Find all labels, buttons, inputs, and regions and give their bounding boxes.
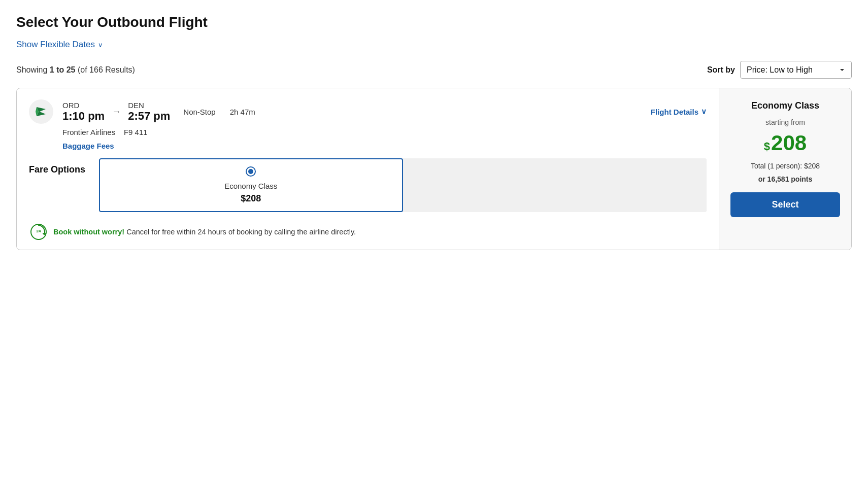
sort-label: Sort by — [707, 65, 735, 75]
arrow-icon: → — [112, 107, 121, 117]
flexible-dates-label: Show Flexible Dates — [16, 40, 95, 50]
destination-time: 2:57 pm — [128, 110, 170, 123]
sort-controls: Sort by Price: Low to High Price: High t… — [707, 61, 852, 79]
pricing-total: Total (1 person): $208 — [751, 162, 820, 170]
flight-header: ORD 1:10 pm → DEN 2:57 pm Non-Stop 2h 47… — [29, 99, 707, 124]
worry-bold: Book without worry! — [53, 228, 124, 236]
pricing-starting-from: starting from — [765, 118, 805, 126]
fare-name-economy: Economy Class — [224, 182, 277, 190]
baggage-fees-link[interactable]: Baggage Fees — [29, 142, 707, 150]
fare-radio-economy — [246, 166, 256, 177]
origin-code: ORD — [62, 101, 79, 110]
flight-details-link[interactable]: Flight Details ∨ — [651, 107, 707, 116]
worry-text: Book without worry! Cancel for free with… — [53, 228, 356, 236]
flight-details-label: Flight Details — [651, 108, 698, 116]
svg-rect-0 — [31, 102, 51, 121]
pricing-amount: 208 — [771, 131, 807, 155]
results-sort-row: Showing 1 to 25 (of 166 Results) Sort by… — [16, 61, 852, 79]
pricing-amount-display: $ 208 — [764, 131, 807, 155]
pricing-class-title: Economy Class — [751, 100, 819, 111]
flight-details-chevron-icon: ∨ — [701, 107, 707, 116]
airline-logo — [29, 99, 53, 124]
fare-option-economy[interactable]: Economy Class $208 — [99, 158, 403, 212]
airline-info: Frontier Airlines F9 411 — [29, 128, 707, 136]
worry-icon: 24 — [30, 223, 47, 240]
flight-pricing: Economy Class starting from $ 208 Total … — [719, 88, 851, 250]
airline-code: F9 411 — [124, 128, 148, 136]
page-title: Select Your Outbound Flight — [16, 14, 852, 30]
airline-name: Frontier Airlines — [62, 128, 115, 136]
pricing-points: or 16,581 points — [758, 175, 813, 183]
total-label: Total (1 person): — [751, 162, 802, 170]
dollar-sign: $ — [764, 140, 770, 153]
sort-select[interactable]: Price: Low to High Price: High to Low Du… — [740, 61, 852, 79]
fare-price-economy: $208 — [241, 193, 261, 204]
flight-card: ORD 1:10 pm → DEN 2:57 pm Non-Stop 2h 47… — [16, 88, 852, 250]
flight-times: ORD 1:10 pm → DEN 2:57 pm — [62, 101, 170, 123]
fare-options-grid: Economy Class $208 — [99, 158, 707, 212]
fare-radio-inner — [248, 169, 253, 174]
svg-text:24: 24 — [37, 229, 41, 233]
fare-options-section: Fare Options Economy Class $208 — [29, 158, 707, 212]
fare-option-empty — [403, 158, 707, 212]
select-button[interactable]: Select — [730, 192, 840, 217]
origin-time: 1:10 pm — [62, 110, 105, 123]
flight-meta: Non-Stop 2h 47m — [183, 108, 255, 116]
chevron-down-icon: ∨ — [98, 41, 103, 49]
flight-main: ORD 1:10 pm → DEN 2:57 pm Non-Stop 2h 47… — [17, 88, 719, 250]
stops-label: Non-Stop — [183, 108, 215, 116]
fare-options-label: Fare Options — [29, 158, 90, 175]
duration-label: 2h 47m — [230, 108, 255, 116]
results-count: Showing 1 to 25 (of 166 Results) — [16, 65, 135, 75]
destination-code: DEN — [128, 101, 144, 110]
worry-rest: Cancel for free within 24 hours of booki… — [126, 228, 356, 236]
book-worry-row: 24 Book without worry! Cancel for free w… — [29, 221, 707, 240]
results-range: 1 to 25 — [50, 65, 76, 74]
flexible-dates-link[interactable]: Show Flexible Dates ∨ — [16, 40, 103, 50]
origin-block: ORD 1:10 pm — [62, 101, 105, 123]
total-amount: $208 — [804, 162, 820, 170]
destination-block: DEN 2:57 pm — [128, 101, 170, 123]
frontier-logo-svg — [31, 102, 51, 121]
